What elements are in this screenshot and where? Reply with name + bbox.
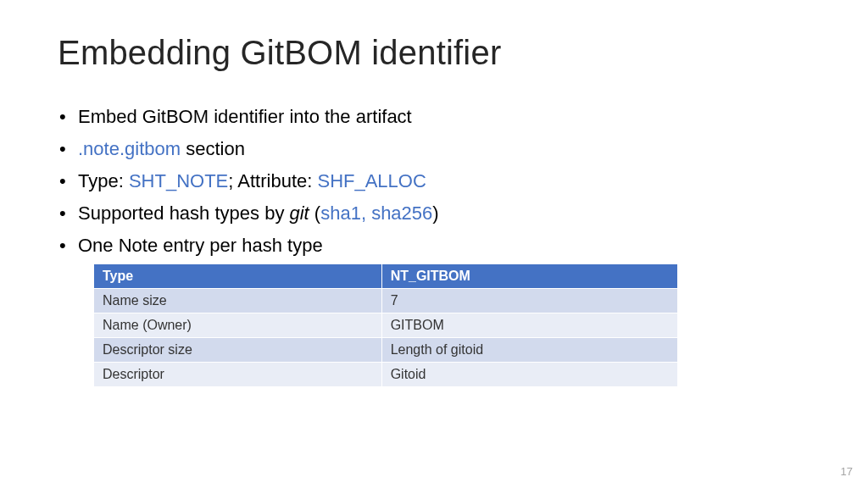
table-row: Descriptor Gitoid: [94, 363, 678, 387]
bullet-list: Embed GitBOM identifier into the artifac…: [58, 103, 810, 260]
section-name-link: .note.gitbom: [78, 138, 181, 159]
table-row: Name (Owner) GITBOM: [94, 313, 678, 338]
table-cell: 7: [381, 289, 677, 313]
note-table: Type NT_GITBOM Name size 7 Name (Owner) …: [93, 263, 678, 387]
table-cell: Descriptor size: [94, 338, 382, 363]
table-header-row: Type NT_GITBOM: [94, 264, 678, 289]
bullet-text: Type:: [78, 170, 129, 191]
page-number: 17: [841, 465, 853, 478]
bullet-item: Embed GitBOM identifier into the artifac…: [58, 103, 810, 131]
table-cell: GITBOM: [381, 313, 677, 338]
bullet-text: (: [309, 202, 320, 224]
attribute-link: SHF_ALLOC: [317, 170, 426, 191]
table-row: Name size 7: [94, 289, 678, 313]
slide: Embedding GitBOM identifier Embed GitBOM…: [0, 0, 868, 488]
git-ital: git: [290, 202, 309, 224]
slide-title: Embedding GitBOM identifier: [58, 34, 810, 72]
table-row: Descriptor size Length of gitoid: [94, 338, 678, 363]
table-cell: Descriptor: [94, 363, 382, 387]
bullet-item: Type: SHT_NOTE; Attribute: SHF_ALLOC: [58, 167, 810, 196]
bullet-item: One Note entry per hash type: [58, 231, 810, 260]
bullet-text: section: [181, 138, 245, 159]
bullet-item: Supported hash types by git (sha1, sha25…: [58, 199, 810, 228]
type-link: SHT_NOTE: [129, 170, 228, 191]
bullet-item: .note.gitbom section: [58, 135, 810, 164]
table-cell: Name (Owner): [94, 313, 382, 338]
bullet-text: One Note entry per hash type: [78, 235, 323, 256]
table-cell: Name size: [94, 289, 382, 313]
table-header-cell: Type: [94, 264, 382, 289]
table-cell: Length of gitoid: [381, 338, 677, 363]
bullet-text: Embed GitBOM identifier into the artifac…: [78, 106, 412, 127]
bullet-text: ; Attribute:: [228, 170, 317, 191]
table-header-cell: NT_GITBOM: [381, 264, 677, 289]
table-cell: Gitoid: [381, 363, 677, 387]
bullet-text: Supported hash types by: [78, 202, 290, 224]
hash-link: sha1, sha256: [320, 202, 432, 224]
bullet-text: ): [432, 202, 438, 224]
